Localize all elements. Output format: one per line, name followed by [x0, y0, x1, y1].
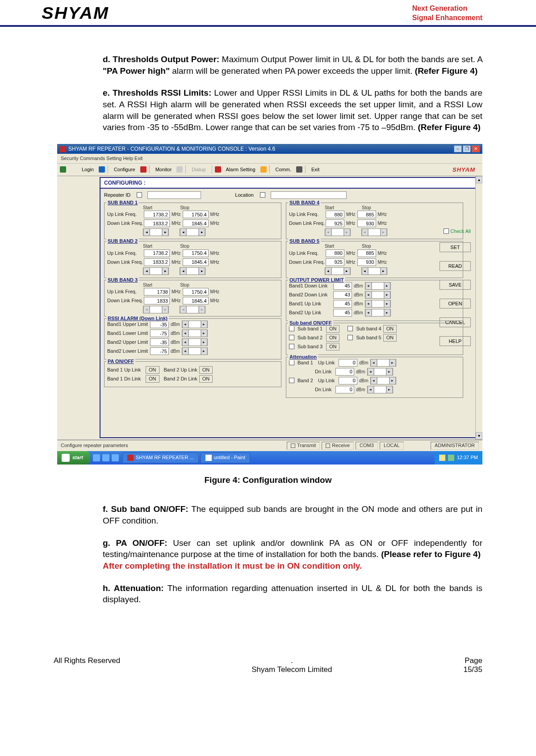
system-tray[interactable]: 12:37 PM: [435, 451, 482, 465]
monitor-icon[interactable]: [176, 166, 183, 173]
location-label: Location: [235, 192, 254, 199]
quicklaunch-icon[interactable]: [102, 454, 109, 461]
sb1-ul-start[interactable]: [144, 211, 170, 218]
scroll[interactable]: ◂▸: [180, 228, 205, 236]
alarm-button[interactable]: Alarm Setting: [223, 165, 259, 174]
sb2-title: SUB BAND 2: [106, 238, 139, 245]
sb1-title: SUB BAND 1: [106, 199, 139, 206]
taskbar-task-repeater[interactable]: SHYAM RF REPEATER ...: [122, 452, 199, 463]
att-b1-dl[interactable]: [335, 368, 354, 376]
rssi-b2l[interactable]: [150, 347, 169, 355]
dialup-button[interactable]: Dialup: [188, 165, 209, 174]
sb1-dl-start[interactable]: [144, 220, 170, 227]
sb3-ul-start[interactable]: [144, 288, 170, 296]
tray-icon[interactable]: [448, 455, 454, 461]
toolbar-icon[interactable]: [60, 166, 66, 173]
dlf-label: Down Link Freq.: [107, 220, 142, 227]
configure-icon[interactable]: [140, 166, 147, 173]
rssi-b2u[interactable]: [150, 338, 169, 346]
tray-icon[interactable]: [439, 455, 445, 461]
ulf-label: Up Link Freq.: [107, 211, 142, 218]
para-e-ref: (Refer Figure 4): [418, 122, 480, 132]
sb1-dl-stop[interactable]: [183, 220, 209, 227]
rssi-b1l[interactable]: [150, 329, 169, 337]
pa-b1d-btn[interactable]: ON: [146, 375, 159, 383]
opl-b2ul[interactable]: [333, 309, 352, 317]
quicklaunch-icon[interactable]: [112, 454, 119, 461]
sb3-dl-start[interactable]: [144, 297, 170, 304]
quicklaunch-icon[interactable]: [93, 454, 100, 461]
sb5-ul-stop[interactable]: [357, 249, 376, 257]
repeater-id-check[interactable]: [137, 192, 142, 198]
pa-b2u-btn[interactable]: ON: [199, 366, 213, 374]
scroll[interactable]: ◂▸: [143, 228, 169, 236]
toolbar-logo: SHYAM: [452, 166, 480, 174]
attenuation: Attenuation Band 1Up LinkdBm◂▸ Dn LinkdB…: [286, 357, 463, 398]
att-b2-dl[interactable]: [335, 386, 354, 393]
pa-onoff: PA ON/OFF Band 1 Up LinkON Band 2 Up Lin…: [104, 361, 281, 387]
configure-button[interactable]: Configure: [111, 165, 138, 174]
scroll-up-icon[interactable]: ▴: [476, 176, 482, 183]
para-d-body: Maximum Output Power limit in UL & DL fo…: [219, 55, 482, 64]
page-footer: All Rights Reserved .Shyam Telecom Limit…: [0, 625, 536, 688]
repeater-id-label: Repeater ID: [104, 192, 130, 199]
close-icon[interactable]: ✕: [472, 145, 480, 152]
monitor-button[interactable]: Monitor: [152, 165, 175, 174]
comm-button[interactable]: Comm.: [272, 165, 294, 174]
pa-b2d-btn[interactable]: ON: [199, 375, 213, 383]
scroll-down-icon[interactable]: ▾: [476, 432, 482, 439]
start-label: Start: [143, 205, 152, 211]
location-input[interactable]: [271, 191, 347, 199]
app-titlebar[interactable]: SHYAM RF REPEATER - CONFIGURATION & MONI…: [57, 144, 482, 154]
para-e-lead: e. Thresholds RSSI Limits:: [103, 88, 211, 97]
sb5-ul-start[interactable]: [326, 249, 344, 257]
atten-title: Attenuation: [288, 354, 318, 360]
login-button[interactable]: Login: [79, 165, 97, 174]
status-mode: LOCAL: [380, 442, 404, 450]
sb4-ul-start[interactable]: [326, 211, 344, 218]
maximize-icon[interactable]: ❐: [463, 145, 471, 152]
sbonoff-title: Sub band ON/OFF: [288, 320, 333, 326]
pa-b1u-btn[interactable]: ON: [146, 366, 159, 374]
opl-b2dl[interactable]: [333, 291, 352, 299]
location-check[interactable]: [260, 192, 265, 198]
sb3-on-btn[interactable]: ON: [326, 343, 340, 351]
sb1-ul-stop[interactable]: [183, 211, 209, 218]
menubar[interactable]: Security Commands Setting Help Exit: [57, 154, 482, 164]
stop-label: Stop: [180, 205, 189, 211]
minimize-icon[interactable]: –: [454, 145, 462, 152]
status-user: ADMINISTRATOR: [431, 442, 479, 450]
sub-band-5: SUB BAND 5 StartStop Up Link Freq.MHzMHz…: [286, 241, 463, 278]
att-b1-ul[interactable]: [339, 359, 357, 367]
opl-b1ul[interactable]: [333, 300, 352, 308]
alarm-icon2[interactable]: [260, 166, 267, 173]
sb3-dl-stop[interactable]: [183, 297, 209, 304]
sb5-dl-start[interactable]: [326, 258, 344, 266]
alarm-icon[interactable]: [215, 166, 221, 173]
sub-band-1: SUB BAND 1 StartStop Up Link Freq.MHzMHz…: [104, 203, 281, 240]
login-icon[interactable]: [99, 166, 105, 173]
sb2-dl-stop[interactable]: [183, 258, 209, 266]
sb2-on-btn[interactable]: ON: [326, 334, 340, 342]
sb4-dl-stop[interactable]: [357, 220, 376, 227]
sb3-ul-stop[interactable]: [183, 288, 209, 296]
tray-time: 12:37 PM: [457, 454, 478, 461]
sb2-ul-start[interactable]: [144, 249, 170, 257]
vertical-scrollbar[interactable]: ▴▾: [475, 176, 482, 439]
sb5-on-btn[interactable]: ON: [383, 334, 397, 342]
sb4-on-btn[interactable]: ON: [383, 325, 397, 333]
sb2-dl-start[interactable]: [144, 258, 170, 266]
start-button[interactable]: start: [57, 451, 90, 465]
status-transmit: Transmit: [287, 442, 320, 450]
sb2-ul-stop[interactable]: [183, 249, 209, 257]
att-b2-ul[interactable]: [339, 377, 357, 384]
app-window: SHYAM RF REPEATER - CONFIGURATION & MONI…: [57, 144, 482, 465]
sb5-dl-stop[interactable]: [357, 258, 376, 266]
comm-icon[interactable]: [296, 166, 302, 173]
exit-button[interactable]: Exit: [308, 165, 322, 174]
sb4-ul-stop[interactable]: [357, 211, 376, 218]
taskbar-task-paint[interactable]: untitled - Paint: [201, 452, 250, 463]
sb4-dl-start[interactable]: [326, 220, 344, 227]
repeater-id-input[interactable]: [147, 191, 201, 199]
tagline: Next Generation Signal Enhancement: [412, 4, 482, 23]
